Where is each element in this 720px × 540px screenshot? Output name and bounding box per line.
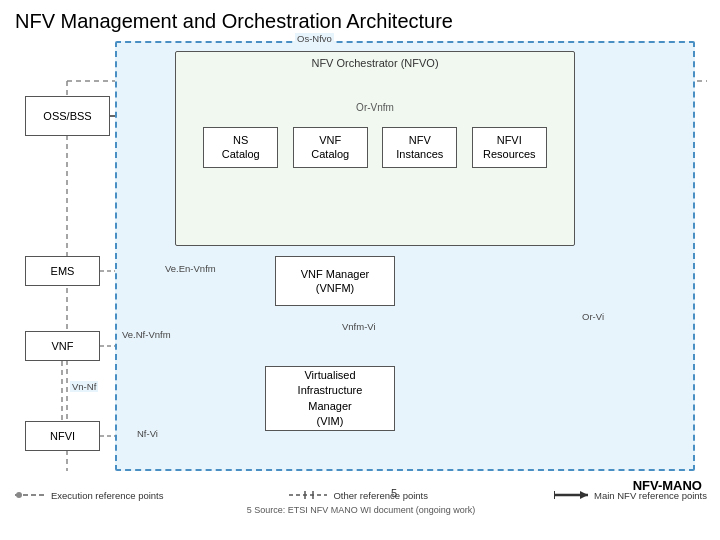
vnf-catalog-box: VNFCatalog	[293, 127, 368, 168]
diagram: NFV Orchestrator (NFVO) Or-Vnfm NSCatalo…	[15, 41, 707, 501]
page: NFV Management and Orchestration Archite…	[0, 0, 720, 540]
exec-ref-icon	[15, 489, 47, 501]
page-title: NFV Management and Orchestration Archite…	[15, 10, 705, 33]
oss-bss-label: OSS/BSS	[43, 110, 91, 122]
legend-other: Other reference points	[289, 489, 428, 501]
page-number: 5	[391, 487, 397, 499]
footnote: 5 Source: ETSI NFV MANO WI document (ong…	[15, 505, 707, 515]
legend-main-label: Main NFV reference points	[594, 490, 707, 501]
oss-bss-box: OSS/BSS	[25, 96, 110, 136]
nfvi-resources-box: NFVIResources	[472, 127, 547, 168]
vnf-label: VNF	[52, 340, 74, 352]
other-ref-icon	[289, 489, 329, 501]
ems-label: EMS	[51, 265, 75, 277]
vnfm-box: VNF Manager(VNFM)	[275, 256, 395, 306]
vim-box: VirtualisedInfrastructureManager(VIM)	[265, 366, 395, 431]
vim-label: VirtualisedInfrastructureManager(VIM)	[298, 368, 363, 430]
svg-point-29	[16, 492, 22, 498]
nfvi-box: NFVI	[25, 421, 100, 451]
svg-marker-34	[580, 491, 588, 499]
vnfm-vi-label: Vnfm-Vi	[340, 321, 378, 332]
nfvo-label: NFV Orchestrator (NFVO)	[176, 57, 574, 69]
legend-other-label: Other reference points	[333, 490, 428, 501]
legend-main: Main NFV reference points	[554, 489, 707, 501]
ems-box: EMS	[25, 256, 100, 286]
nfvi-label: NFVI	[50, 430, 75, 442]
ve-en-vnfm-label: Ve.En-Vnfm	[163, 263, 218, 274]
ns-catalog-box: NSCatalog	[203, 127, 278, 168]
vn-nf-label: Vn-Nf	[70, 381, 98, 392]
os-nfvo-label: Os-Nfvo	[295, 33, 334, 44]
vnfm-label: VNF Manager(VNFM)	[301, 267, 369, 296]
nf-vi-label: Nf-Vi	[135, 428, 160, 439]
nfvo-box: NFV Orchestrator (NFVO) Or-Vnfm NSCatalo…	[175, 51, 575, 246]
catalog-row: NSCatalog VNFCatalog NFVInstances NFVIRe…	[196, 127, 554, 168]
vnf-box: VNF	[25, 331, 100, 361]
or-vi-label: Or-Vi	[580, 311, 606, 322]
legend: Execution reference points Other referen…	[15, 489, 707, 501]
legend-exec: Execution reference points	[15, 489, 163, 501]
ve-nf-vnfm-label: Ve.Nf-Vnfm	[120, 329, 173, 340]
main-ref-icon	[554, 489, 590, 501]
legend-exec-label: Execution reference points	[51, 490, 163, 501]
or-vnfm-label: Or-Vnfm	[176, 102, 574, 113]
nfv-instances-box: NFVInstances	[382, 127, 457, 168]
